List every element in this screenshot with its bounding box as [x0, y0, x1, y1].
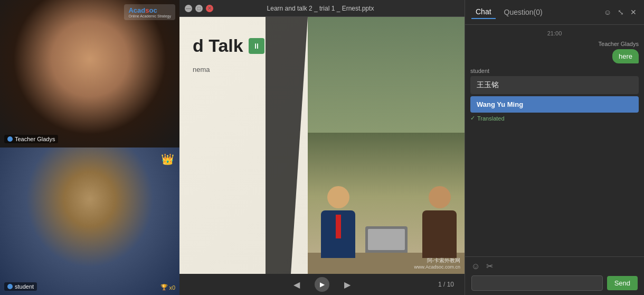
teacher-video-feed: Acadsoc Online Academic Strategy Teacher… — [0, 0, 179, 148]
slide-photo-people: 阿-卡索外教网 www.Acadsoc.com.cn — [308, 17, 465, 274]
background-top — [308, 17, 465, 133]
trophy-count-value: x0 — [169, 284, 175, 291]
watermark-line2: www.Acadsoc.com.cn — [414, 264, 460, 270]
teacher-message: Teacher Gladys here — [470, 41, 639, 63]
teacher-video-overlay — [0, 0, 179, 148]
woman-head — [429, 186, 451, 208]
chat-header-icons: ☺ ⤡ ✕ — [603, 7, 638, 17]
close-button[interactable]: ✕ — [206, 5, 213, 12]
man-head — [327, 186, 349, 208]
slide-pause-btn[interactable]: ⏸ — [249, 38, 264, 54]
trophy-icon: 🏆 — [160, 284, 168, 291]
smiley-icon[interactable]: ☺ — [603, 7, 612, 17]
crown-icon: 👑 — [161, 153, 174, 165]
laptop-screen — [368, 229, 405, 250]
slide-content: d Talk ⏸ nema — [179, 17, 465, 274]
student-video-label: student — [4, 282, 37, 291]
watermark-line1: 阿-卡索外教网 — [414, 257, 460, 264]
acadsoc-logo: Acadsoc Online Academic Strategy — [124, 4, 175, 20]
slide-area: d Talk ⏸ nema — [179, 17, 465, 274]
chinese-text-bubble: 王玉铭 — [470, 76, 639, 94]
minimize-button[interactable]: — — [185, 5, 192, 12]
presentation-panel: — □ ✕ Learn and talk 2 _ trial 1 _ Ernes… — [179, 0, 465, 295]
student-message-area: student 王玉铭 Wang Yu Ming ✓ Translated — [470, 68, 639, 122]
man-body — [321, 210, 355, 258]
slide-page-info: 1 / 10 — [438, 281, 454, 288]
slide-play-button[interactable]: ▶ — [315, 277, 329, 292]
expand-icon[interactable]: ⤡ — [617, 7, 625, 17]
teacher-video-label: Teacher Gladys — [4, 135, 58, 143]
chat-footer: ☺ ✂ Send — [465, 256, 644, 295]
student-video-overlay — [0, 148, 179, 295]
slide-subtitle: nema — [193, 64, 210, 74]
slide-prev-button[interactable]: ◀ — [289, 278, 304, 292]
slide-controls: ◀ ▶ ▶ 1 / 10 — [179, 274, 465, 295]
slide-next-button[interactable]: ▶ — [340, 278, 355, 292]
slide-person-woman — [422, 186, 457, 258]
emoji-button[interactable]: ☺ — [471, 262, 480, 271]
slide-title-area: d Talk ⏸ — [193, 35, 264, 56]
translated-text-bubble: Wang Yu Ming — [470, 96, 639, 113]
window-title: Learn and talk 2 _ trial 1 _ Ernest.pptx — [213, 5, 428, 12]
student-stream-icon — [7, 284, 13, 289]
chat-close-icon[interactable]: ✕ — [629, 7, 638, 17]
student-video-feed: 👑 student 🏆 x0 — [0, 148, 179, 295]
teacher-message-bubble: here — [612, 49, 639, 63]
slide-title-text: d Talk — [193, 35, 243, 56]
scissors-button[interactable]: ✂ — [486, 261, 493, 271]
chat-messages: 21:00 Teacher Gladys here student 王玉铭 Wa… — [465, 25, 644, 256]
trophy-count: 🏆 x0 — [160, 284, 175, 291]
tab-question[interactable]: Question(0) — [500, 6, 547, 19]
chat-input-row: Send — [471, 275, 638, 291]
logo-title: Acadsoc — [128, 6, 171, 14]
slide-black-shape — [266, 17, 308, 274]
chat-input[interactable] — [471, 275, 603, 291]
title-bar: — □ ✕ Learn and talk 2 _ trial 1 _ Ernes… — [179, 0, 465, 17]
chat-panel: Chat Question(0) ☺ ⤡ ✕ 21:00 Teacher Gla… — [465, 0, 644, 295]
slide-person-man — [321, 186, 355, 258]
teacher-message-sender: Teacher Gladys — [599, 41, 639, 47]
left-panel: Acadsoc Online Academic Strategy Teacher… — [0, 0, 179, 295]
student-message-label: student — [470, 68, 639, 74]
chat-header: Chat Question(0) ☺ ⤡ ✕ — [465, 0, 644, 25]
woman-body — [422, 210, 457, 258]
student-name-label: student — [15, 283, 34, 290]
window-controls: — □ ✕ — [185, 5, 213, 12]
teacher-stream-icon — [7, 136, 13, 142]
send-button[interactable]: Send — [607, 276, 638, 290]
laptop — [365, 226, 408, 253]
slide-photo: 阿-卡索外教网 www.Acadsoc.com.cn — [308, 17, 465, 274]
chat-timestamp: 21:00 — [470, 30, 639, 36]
logo-subtitle: Online Academic Strategy — [128, 14, 171, 18]
slide-watermark: 阿-卡索外教网 www.Acadsoc.com.cn — [414, 257, 460, 270]
slide-inner: d Talk ⏸ nema — [179, 17, 465, 274]
maximize-button[interactable]: □ — [195, 5, 203, 12]
translated-label: ✓ Translated — [470, 115, 639, 122]
checkmark-icon: ✓ — [470, 115, 475, 122]
tab-chat[interactable]: Chat — [471, 5, 496, 19]
translated-text-label: Translated — [477, 115, 505, 122]
teacher-name-label: Teacher Gladys — [15, 136, 55, 142]
man-tie — [336, 215, 341, 238]
chat-footer-icons: ☺ ✂ — [471, 261, 638, 271]
